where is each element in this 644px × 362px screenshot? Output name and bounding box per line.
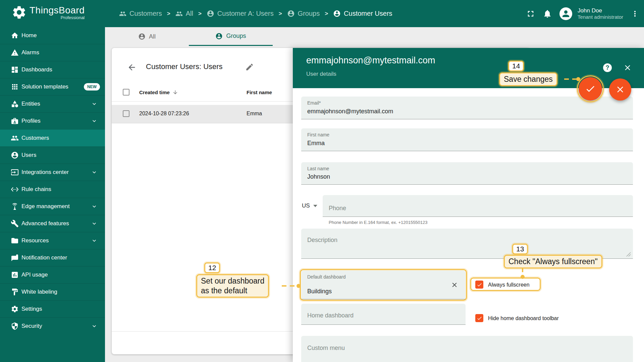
first-name-field[interactable]: First name — [301, 128, 633, 151]
phone-hint: Phone Number in E.164 format, ex. +12015… — [329, 220, 428, 225]
cancel-button[interactable] — [609, 78, 631, 101]
default-dashboard-field[interactable]: Default dashboard — [301, 270, 466, 299]
chevron-down-icon — [91, 203, 98, 210]
annotation-12-number: 12 — [204, 262, 220, 273]
people-icon — [175, 10, 183, 17]
email-field[interactable]: Email* — [301, 97, 633, 119]
main-content: All Groups Customer Users: Users Created… — [105, 27, 644, 362]
sidebar-item-home[interactable]: Home — [0, 27, 105, 44]
sidebar-item-customers[interactable]: Customers — [0, 129, 105, 146]
sidebar-item-edge-management[interactable]: Edge management — [0, 198, 105, 215]
column-first-name[interactable]: First name — [247, 89, 272, 95]
sidebar-item-resources[interactable]: Resources — [0, 232, 105, 249]
security-shield-icon — [11, 322, 19, 330]
breadcrumb-groups[interactable]: Groups — [287, 10, 320, 17]
save-changes-button[interactable] — [579, 77, 602, 101]
annotation-13-box: Check "Always fullscreen" — [504, 255, 602, 268]
edit-pencil-icon[interactable] — [245, 63, 254, 71]
last-name-input[interactable] — [307, 173, 619, 180]
column-created-time[interactable]: Created time — [139, 89, 178, 95]
user-role: Tenant administrator — [578, 14, 623, 20]
default-dashboard-label: Default dashboard — [307, 274, 345, 280]
sidebar-item-profiles[interactable]: Profiles — [0, 112, 105, 129]
phone-country-select[interactable]: US — [302, 202, 317, 209]
breadcrumb-separator: > — [167, 10, 170, 17]
hide-home-toolbar-label[interactable]: Hide home dashboard toolbar — [488, 315, 559, 321]
breadcrumb-customer-users[interactable]: Customer Users — [333, 10, 392, 17]
breadcrumb-separator: > — [279, 10, 282, 17]
rule-chains-icon — [11, 185, 19, 193]
sidebar-item-users[interactable]: Users — [0, 146, 105, 164]
resize-grip-icon[interactable] — [626, 252, 631, 257]
phone-input[interactable] — [329, 205, 619, 212]
sidebar-item-solution-templates[interactable]: Solution templates NEW — [0, 78, 105, 95]
annotation-12-connector — [282, 285, 297, 287]
chevron-down-icon — [91, 237, 98, 244]
sidebar-item-security[interactable]: Security — [0, 317, 105, 335]
description-field[interactable]: Description — [301, 229, 633, 259]
sidebar-item-white-labeling[interactable]: White labeling — [0, 283, 105, 300]
entities-icon — [11, 100, 19, 108]
phone-field[interactable] — [323, 195, 633, 217]
custom-menu-field[interactable]: Custom menu — [301, 336, 633, 362]
custom-menu-label: Custom menu — [307, 345, 345, 352]
breadcrumb-all[interactable]: All — [175, 10, 193, 17]
user-info[interactable]: John Doe Tenant administrator — [578, 7, 623, 20]
notifications-bell-icon[interactable] — [543, 9, 552, 18]
annotation-14-box: Save changes — [499, 72, 557, 86]
people-icon — [119, 10, 126, 17]
first-name-input[interactable] — [307, 140, 619, 147]
select-all-checkbox[interactable] — [123, 89, 129, 96]
tab-label: All — [149, 33, 156, 40]
home-dashboard-input[interactable] — [307, 312, 451, 319]
brand-name: ThingsBoard — [30, 5, 85, 16]
tab-all[interactable]: All — [105, 27, 189, 46]
back-arrow-icon[interactable] — [127, 63, 137, 72]
check-icon — [477, 282, 482, 288]
always-fullscreen-checkbox[interactable] — [475, 281, 483, 289]
sidebar-item-rule-chains[interactable]: Rule chains — [0, 181, 105, 198]
breadcrumb-label: Customers — [129, 10, 162, 17]
more-vert-icon[interactable] — [631, 9, 639, 18]
api-usage-icon — [11, 271, 19, 279]
sidebar-item-settings[interactable]: Settings — [0, 300, 105, 317]
person-circle-icon — [287, 10, 295, 17]
tab-groups[interactable]: Groups — [189, 27, 273, 46]
sidebar-item-entities[interactable]: Entities — [0, 95, 105, 112]
integrations-icon — [11, 168, 19, 176]
brand-subtitle: Professional — [30, 15, 85, 20]
sidebar-item-integrations-center[interactable]: Integrations center — [0, 164, 105, 181]
clear-icon[interactable] — [451, 281, 458, 289]
last-name-field[interactable]: Last name — [301, 162, 633, 185]
user-details-panel: emmajohnson@mytestmail.com User details … — [293, 48, 644, 362]
solution-templates-icon — [11, 83, 19, 91]
hide-home-toolbar-checkbox[interactable] — [475, 314, 483, 322]
alarm-warning-icon — [11, 49, 19, 57]
breadcrumb-customer-a-users[interactable]: Customer A: Users — [207, 10, 274, 17]
close-icon — [615, 84, 625, 95]
home-dashboard-field[interactable] — [301, 304, 466, 325]
breadcrumb-label: Customer Users — [344, 10, 392, 17]
always-fullscreen-label[interactable]: Always fullscreen — [488, 282, 530, 288]
app-logo[interactable]: ThingsBoard Professional — [11, 5, 85, 20]
customers-icon — [11, 134, 19, 142]
sidebar-item-api-usage[interactable]: API usage — [0, 266, 105, 283]
sidebar-item-notification-center[interactable]: Notification center — [0, 249, 105, 266]
email-input[interactable] — [307, 108, 619, 115]
sidebar-item-dashboards[interactable]: Dashboards — [0, 61, 105, 78]
avatar[interactable] — [559, 7, 572, 20]
sidebar-item-alarms[interactable]: Alarms — [0, 44, 105, 61]
email-label: Email* — [307, 100, 321, 106]
annotation-14-dot — [576, 77, 580, 81]
sidebar-item-advanced-features[interactable]: Advanced features — [0, 215, 105, 232]
breadcrumb-customers[interactable]: Customers — [119, 10, 162, 17]
annotation-12-dot — [297, 284, 301, 288]
default-dashboard-input[interactable] — [307, 288, 451, 295]
fullscreen-icon[interactable] — [526, 9, 535, 18]
help-icon[interactable]: ? — [603, 63, 612, 72]
row-checkbox[interactable] — [123, 110, 129, 117]
annotation-13-number: 13 — [512, 244, 528, 254]
sidebar: ThingsBoard Professional Home Alarms Das… — [0, 0, 105, 362]
close-icon[interactable] — [623, 63, 632, 72]
breadcrumb-separator: > — [325, 10, 328, 17]
